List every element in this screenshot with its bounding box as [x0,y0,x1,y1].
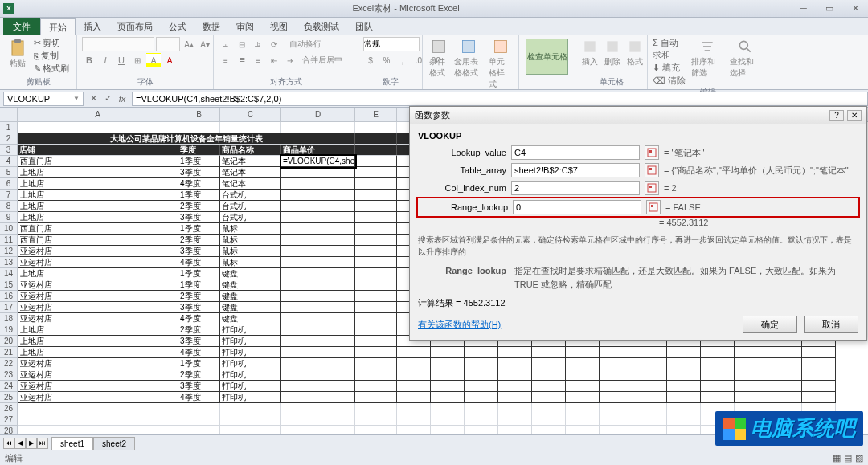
delete-cells-button[interactable]: 删除 [603,37,622,69]
enter-formula-button[interactable]: ✓ [101,92,114,105]
cell[interactable] [431,369,465,381]
cell[interactable] [532,358,566,369]
range-select-button[interactable] [646,200,661,214]
cell[interactable] [667,414,701,426]
cell[interactable]: 3季度 [178,167,220,178]
cell[interactable] [355,324,397,336]
cell[interactable]: 亚运村店 [18,246,178,257]
cell[interactable]: 1季度 [178,190,220,201]
cell[interactable] [355,167,397,178]
column-header[interactable]: E [355,108,397,121]
cell[interactable] [281,167,355,178]
cell[interactable]: 台式机 [220,190,281,201]
cell[interactable] [281,426,355,434]
cell[interactable]: 3季度 [178,246,220,257]
bold-button[interactable]: B [82,53,96,67]
cell[interactable] [281,302,355,313]
cell[interactable]: 2季度 [178,201,220,212]
cell[interactable]: 亚运村店 [18,381,178,392]
cell[interactable]: 上地店 [18,324,178,336]
cell[interactable]: 1季度 [178,223,220,235]
name-box[interactable]: ▼ [3,92,84,106]
cell[interactable] [633,347,667,358]
cell[interactable] [178,426,220,434]
cell[interactable] [281,223,355,235]
cell[interactable] [701,358,735,369]
cell[interactable] [532,381,566,392]
row-header[interactable]: 1 [0,122,17,133]
cell[interactable] [281,358,355,369]
cell[interactable] [768,369,802,381]
format-painter-button[interactable]: ✎ 格式刷 [34,63,69,75]
cell[interactable] [566,381,600,392]
arg-input[interactable] [511,145,640,160]
autosum-button[interactable]: Σ 自动求和 [653,37,686,61]
cell[interactable] [633,392,667,403]
cell[interactable] [566,369,600,381]
row-header[interactable]: 21 [0,347,17,358]
cell[interactable] [18,122,178,133]
cell[interactable]: 打印机 [220,358,281,369]
cell[interactable] [600,369,633,381]
font-color-button[interactable]: A [162,53,177,67]
paste-button[interactable]: 粘贴 [5,37,31,71]
cell[interactable] [281,291,355,302]
cell[interactable] [355,403,397,414]
cell[interactable] [281,392,355,403]
cell[interactable] [566,392,600,403]
cell[interactable] [768,392,802,403]
row-header[interactable]: 27 [0,414,17,426]
cell[interactable] [281,178,355,190]
cell[interactable]: 鼠标 [220,235,281,246]
cell[interactable] [397,381,431,392]
cell[interactable] [735,369,768,381]
cell[interactable]: 3季度 [178,336,220,347]
cell[interactable]: 西直门店 [18,156,178,167]
cell[interactable] [633,403,667,414]
cell[interactable] [498,347,532,358]
cell[interactable]: 3季度 [178,302,220,313]
row-header[interactable]: 3 [0,145,17,156]
underline-button[interactable]: U [114,53,129,67]
cell[interactable] [802,381,836,392]
cell[interactable]: 亚运村店 [18,369,178,381]
cell[interactable] [633,426,667,434]
cell[interactable] [355,358,397,369]
cell[interactable] [498,403,532,414]
cell[interactable] [600,381,633,392]
fill-color-button[interactable]: A [146,53,161,67]
cell[interactable]: 打印机 [220,381,281,392]
cell[interactable] [566,403,600,414]
insert-cells-button[interactable]: 插入 [580,37,600,69]
cell[interactable]: 2季度 [178,324,220,336]
cell[interactable]: 亚运村店 [18,302,178,313]
merge-button[interactable]: 合并后居中 [302,55,342,66]
formula-bar[interactable]: =VLOOKUP(C4,sheet2!B$2:C$7,2,0) [132,92,868,106]
cell[interactable] [355,302,397,313]
cell[interactable] [178,414,220,426]
cell[interactable] [600,358,633,369]
increase-font-button[interactable]: A▴ [182,37,196,51]
row-header[interactable]: 11 [0,235,17,246]
cell[interactable]: 1季度 [178,358,220,369]
fill-button[interactable]: ⬇ 填充 [653,62,686,74]
cell[interactable]: 上地店 [18,178,178,190]
ribbon-tab-1[interactable]: 插入 [76,18,109,35]
cell[interactable]: 亚运村店 [18,279,178,291]
cell[interactable] [768,381,802,392]
cell[interactable]: 4季度 [178,313,220,324]
cell[interactable] [498,381,532,392]
cell[interactable]: 亚运村店 [18,358,178,369]
cell[interactable]: 西直门店 [18,235,178,246]
cell[interactable] [465,426,498,434]
cell[interactable] [465,347,498,358]
cell[interactable] [802,369,836,381]
view-normal-button[interactable]: ▦ [833,453,841,463]
cell[interactable] [431,426,465,434]
close-button[interactable]: ✕ [845,3,865,14]
cell[interactable]: 商品单价 [281,145,355,156]
cell[interactable] [281,414,355,426]
range-select-button[interactable] [645,181,659,195]
cell[interactable]: 上地店 [18,190,178,201]
cell[interactable] [532,426,566,434]
